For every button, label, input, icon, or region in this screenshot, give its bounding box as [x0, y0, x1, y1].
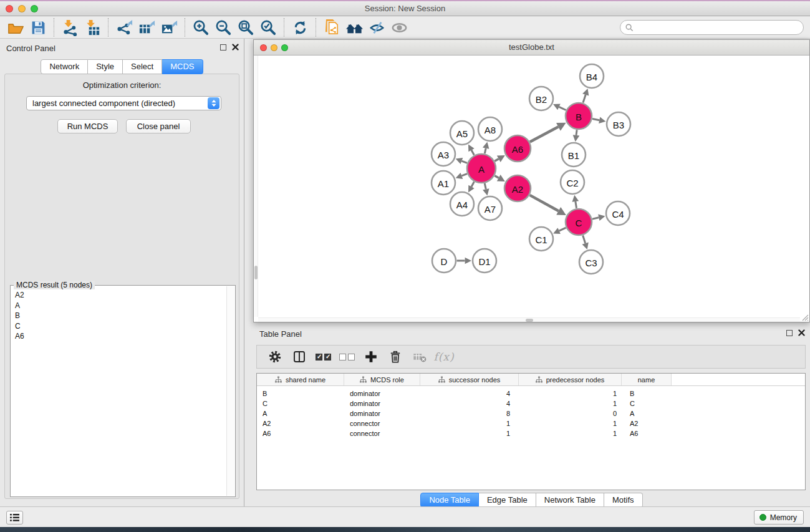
function-builder-button[interactable]: f(x) — [436, 348, 452, 365]
zoom-window-button[interactable] — [31, 5, 38, 12]
optimization-criterion-select[interactable]: largest connected component (directed) — [26, 96, 221, 110]
export-network-button[interactable] — [113, 17, 135, 37]
zoom-fit-button[interactable] — [234, 17, 257, 37]
table-cell[interactable]: 4 — [420, 399, 519, 409]
network-vertical-scrollbar[interactable] — [254, 56, 258, 317]
fit-columns-button[interactable] — [291, 348, 307, 365]
result-item[interactable]: A6 — [11, 331, 226, 342]
table-cell[interactable]: A6 — [622, 428, 672, 438]
table-cell[interactable]: 1 — [519, 428, 622, 438]
close-view-button[interactable] — [260, 44, 267, 51]
vertical-scroll-thumb[interactable] — [254, 266, 258, 279]
graph-edge-A6-B[interactable] — [530, 127, 559, 142]
network-horizontal-scrollbar[interactable] — [258, 317, 800, 322]
horizontal-scroll-thumb[interactable] — [526, 319, 533, 322]
run-mcds-button[interactable]: Run MCDS — [57, 119, 118, 133]
tab-select[interactable]: Select — [123, 59, 162, 74]
graph-edge-C-C3[interactable] — [583, 235, 586, 243]
zoom-in-button[interactable] — [190, 17, 212, 37]
close-panel-icon[interactable] — [232, 44, 239, 51]
home-button[interactable] — [343, 17, 365, 37]
delete-row-button[interactable] — [387, 348, 403, 365]
minimize-view-button[interactable] — [271, 44, 277, 51]
tab-motifs[interactable]: Motifs — [604, 493, 643, 508]
graph-edge-A-A1[interactable] — [461, 174, 467, 176]
export-image-button[interactable] — [158, 17, 180, 37]
graph-edge-A-A2[interactable] — [494, 176, 498, 178]
table-cell[interactable]: C — [257, 399, 344, 409]
export-table-button[interactable] — [135, 17, 158, 37]
table-cell[interactable]: 4 — [420, 389, 519, 399]
column-header-name[interactable]: name — [622, 374, 672, 385]
table-row[interactable]: A2connector11A2 — [257, 418, 805, 428]
save-session-button[interactable] — [27, 17, 49, 37]
result-item[interactable]: C — [11, 321, 226, 332]
zoom-selected-button[interactable] — [257, 17, 279, 37]
deselect-all-button[interactable] — [339, 354, 355, 360]
open-session-button[interactable] — [4, 17, 27, 37]
tab-network[interactable]: Network — [41, 59, 88, 74]
tab-style[interactable]: Style — [88, 59, 123, 74]
result-item[interactable]: B — [11, 311, 226, 321]
graph-edge-A-A7[interactable] — [485, 183, 486, 189]
column-header-successor-nodes[interactable]: successor nodes — [420, 374, 519, 385]
graph-edge-B-B3[interactable] — [592, 118, 599, 120]
close-table-panel-icon[interactable] — [798, 329, 805, 336]
table-cell[interactable]: 1 — [420, 428, 519, 438]
table-cell[interactable]: 1 — [519, 389, 622, 399]
result-item[interactable]: A — [11, 301, 226, 311]
column-header-predecessor-nodes[interactable]: predecessor nodes — [519, 374, 622, 385]
minimize-window-button[interactable] — [18, 5, 26, 12]
close-window-button[interactable] — [6, 5, 13, 12]
show-graphics-details-button[interactable] — [388, 17, 410, 37]
graph-edge-C-C4[interactable] — [592, 218, 599, 219]
table-cell[interactable]: dominator — [344, 389, 420, 399]
column-header-shared-name[interactable]: shared name — [257, 374, 344, 385]
table-row[interactable]: Adominator80A — [257, 409, 805, 418]
table-cell[interactable]: connector — [344, 418, 420, 428]
table-cell[interactable]: 1 — [519, 399, 622, 409]
table-cell[interactable]: connector — [344, 428, 420, 438]
result-scrollbar[interactable] — [226, 286, 234, 496]
resize-grip-icon[interactable] — [800, 312, 809, 321]
table-cell[interactable]: 0 — [519, 409, 622, 418]
tab-edge-table[interactable]: Edge Table — [479, 493, 536, 508]
tab-network-table[interactable]: Network Table — [536, 493, 604, 508]
search-input[interactable] — [637, 23, 798, 32]
graph-edge-C-C2[interactable] — [576, 201, 577, 208]
graph-edge-C-C1[interactable] — [559, 228, 566, 231]
graph-edge-B-B1[interactable] — [576, 130, 577, 135]
graph-edge-A-A3[interactable] — [461, 161, 467, 163]
tab-mcds[interactable]: MCDS — [162, 59, 203, 74]
float-table-panel-icon[interactable] — [786, 330, 793, 336]
graph-edge-A-A8[interactable] — [485, 148, 486, 153]
table-cell[interactable]: 1 — [420, 418, 519, 428]
task-history-button[interactable] — [6, 511, 23, 525]
table-cell[interactable]: 1 — [519, 418, 622, 428]
refresh-button[interactable] — [289, 17, 311, 37]
table-row[interactable]: A6connector11A6 — [257, 428, 805, 438]
delete-table-button[interactable] — [412, 348, 428, 365]
table-cell[interactable]: dominator — [344, 399, 420, 409]
table-cell[interactable]: 8 — [420, 409, 519, 418]
tab-node-table[interactable]: Node Table — [420, 493, 479, 508]
table-cell[interactable]: A2 — [622, 418, 672, 428]
graph-edge-A2-C[interactable] — [530, 195, 559, 211]
table-cell[interactable]: B — [257, 389, 344, 399]
import-table-button[interactable] — [81, 17, 104, 37]
graph-edge-B-B4[interactable] — [583, 95, 586, 103]
network-canvas[interactable]: B4B2BB3A5A8A6A3B1AA1C2A2A4A7C4CC1C3DD1 — [254, 56, 809, 322]
graph-edge-A-A6[interactable] — [494, 159, 498, 161]
column-settings-button[interactable] — [267, 348, 283, 365]
table-cell[interactable]: A6 — [257, 428, 344, 438]
hide-graphics-details-button[interactable] — [365, 17, 388, 37]
memory-button[interactable]: Memory — [754, 510, 804, 525]
table-row[interactable]: Bdominator41B — [257, 389, 805, 399]
table-cell[interactable]: A — [257, 409, 344, 418]
table-cell[interactable]: C — [622, 399, 672, 409]
close-panel-button[interactable]: Close panel — [126, 119, 191, 133]
new-network-from-selection-button[interactable] — [321, 17, 343, 37]
select-all-button[interactable] — [316, 354, 331, 360]
zoom-out-button[interactable] — [212, 17, 234, 37]
table-row[interactable]: Cdominator41C — [257, 399, 805, 409]
